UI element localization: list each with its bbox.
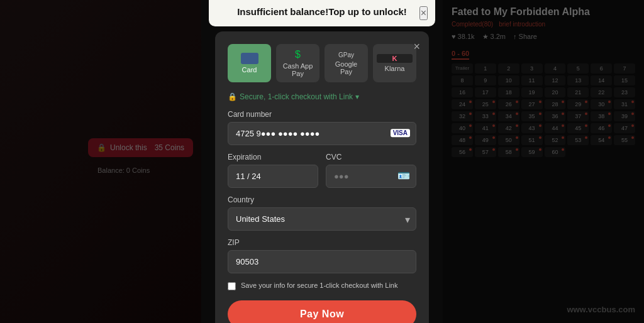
modal-overlay: Insufficient balance!Top up to unlock! ×…	[0, 0, 644, 323]
klarna-icon: K	[377, 54, 413, 63]
secure-text: Secure, 1-click checkout with Link	[240, 92, 353, 101]
card-number-input[interactable]	[228, 122, 416, 145]
tab-card-label: Card	[242, 66, 257, 74]
secure-checkout-banner: 🔒 Secure, 1-click checkout with Link ▾	[228, 92, 416, 101]
tab-klarna[interactable]: K Klarna	[373, 44, 416, 82]
expiry-field-group: Expiration	[228, 153, 318, 195]
tab-googlepay[interactable]: GPay Google Pay	[325, 44, 368, 82]
expiration-label: Expiration	[228, 153, 318, 162]
save-info-checkbox[interactable]	[228, 282, 236, 290]
expiration-input[interactable]	[228, 165, 318, 188]
tab-card[interactable]: Card	[228, 44, 271, 82]
card-number-label: Card number	[228, 110, 416, 119]
cashapp-icon: $	[280, 49, 316, 60]
cvc-field-group: CVC 🪪	[326, 153, 416, 195]
cvc-input-wrapper: 🪪	[326, 165, 416, 188]
pay-now-button[interactable]: Pay Now	[228, 300, 416, 323]
save-info-row: Save your info for secure 1-click checko…	[228, 281, 416, 290]
country-select-wrapper: United States ▾	[228, 207, 416, 231]
top-popup-close-button[interactable]: ×	[419, 6, 428, 20]
chevron-down-icon: ▾	[355, 92, 359, 101]
country-select[interactable]: United States	[228, 207, 416, 231]
payment-modal: × Card $ Cash App Pay GPay Google Pay K …	[215, 31, 429, 323]
lock-secure-icon: 🔒	[228, 92, 237, 101]
tab-cashapp-label: Cash App Pay	[283, 62, 313, 77]
cvc-card-icon: 🪪	[397, 169, 410, 181]
zip-label: ZIP	[228, 238, 416, 247]
card-number-field-wrapper: VISA	[228, 122, 416, 145]
visa-badge: VISA	[391, 129, 410, 137]
tab-googlepay-label: Google Pay	[335, 60, 357, 75]
tab-klarna-label: Klarna	[385, 65, 405, 72]
card-icon	[241, 53, 258, 64]
top-popup: Insufficient balance!Top up to unlock! ×	[209, 0, 435, 26]
zip-input[interactable]	[228, 250, 416, 273]
save-info-label: Save your info for secure 1-click checko…	[241, 281, 397, 290]
googlepay-icon: GPay	[328, 52, 364, 58]
cvc-label: CVC	[326, 153, 416, 162]
top-popup-title: Insufficient balance!Top up to unlock!	[237, 6, 407, 17]
modal-close-button[interactable]: ×	[413, 40, 420, 53]
expiry-cvc-row: Expiration CVC 🪪	[228, 153, 416, 195]
payment-tabs: Card $ Cash App Pay GPay Google Pay K Kl…	[228, 44, 416, 82]
tab-cashapp[interactable]: $ Cash App Pay	[276, 44, 319, 82]
country-label: Country	[228, 195, 416, 204]
